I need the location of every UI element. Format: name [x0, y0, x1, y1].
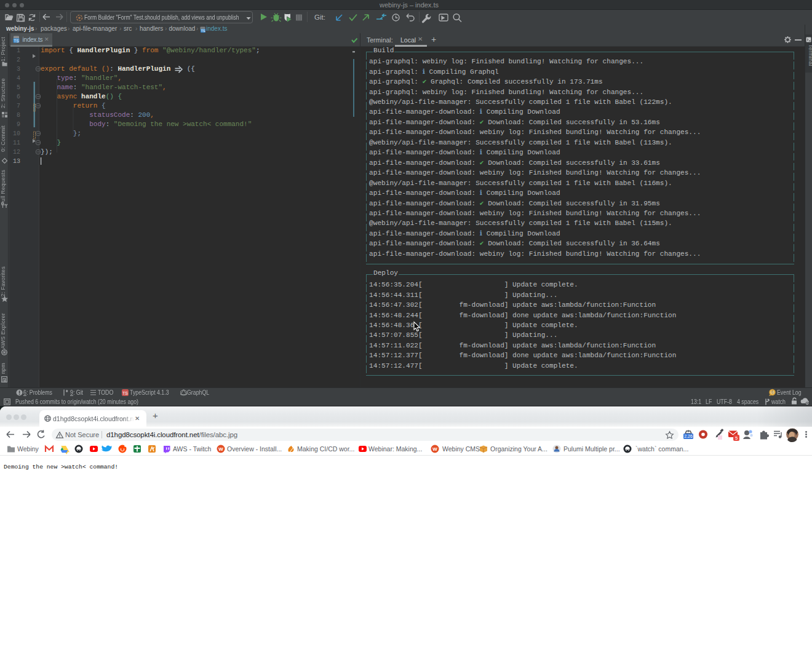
svg-text:W: W [432, 446, 437, 452]
svg-text:TS: TS [122, 391, 128, 395]
svg-text:TS: TS [201, 29, 205, 33]
svg-text:5: 5 [735, 435, 738, 441]
svg-text:Git:: Git: [314, 14, 325, 21]
svg-text:TS: TS [14, 39, 19, 43]
svg-text:6: 6 [771, 390, 774, 394]
svg-text:2.26: 2.26 [684, 434, 693, 438]
svg-text:W: W [218, 446, 223, 452]
